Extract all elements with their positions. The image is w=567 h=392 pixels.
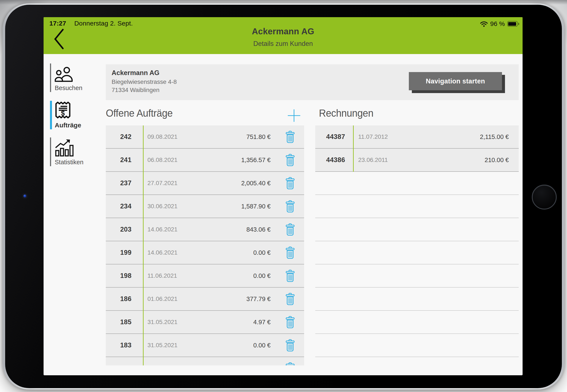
trash-icon[interactable] xyxy=(285,339,295,351)
order-row-partial[interactable] xyxy=(106,357,304,365)
sidebar-item-auftraege[interactable]: $ Aufträge xyxy=(50,101,102,129)
order-row[interactable]: 199 14.06.2021 0.00 € xyxy=(106,241,304,265)
order-row[interactable]: 242 09.08.2021 751.80 € xyxy=(106,126,304,149)
order-number: 203 xyxy=(106,218,143,241)
trash-icon[interactable] xyxy=(285,293,295,305)
order-number: 237 xyxy=(106,172,143,195)
clock: 17:27 xyxy=(49,20,66,27)
order-amount: 377.79 € xyxy=(246,288,271,310)
order-row[interactable]: 203 14.06.2021 843.06 € xyxy=(106,218,304,241)
order-row[interactable]: 237 27.07.2021 2,005.40 € xyxy=(106,172,304,195)
invoice-number: 44386 xyxy=(315,149,353,171)
invoices-table: 44387 11.07.2012 2,115.00 € 44386 23.06.… xyxy=(315,126,519,357)
page-subtitle: Details zum Kunden xyxy=(44,40,523,48)
invoice-empty-row xyxy=(315,218,519,241)
tables-area: 242 09.08.2021 751.80 € 241 06.08.2021 1… xyxy=(106,126,523,365)
invoice-empty-row xyxy=(315,288,519,311)
invoice-empty-row xyxy=(315,265,519,288)
order-date: 31.05.2021 xyxy=(147,311,177,334)
order-amount: 1,587.90 € xyxy=(241,195,271,218)
order-date: 31.05.2021 xyxy=(147,334,177,357)
invoices-rows: 44387 11.07.2012 2,115.00 € 44386 23.06.… xyxy=(315,126,519,357)
order-number: 185 xyxy=(106,311,143,334)
start-navigation-button[interactable]: Navigation starten xyxy=(409,72,502,90)
sidebar-item-besuchen[interactable]: Besuchen xyxy=(50,63,102,92)
order-date: 01.06.2021 xyxy=(147,288,177,310)
sidebar-indicator xyxy=(50,63,51,92)
trash-icon[interactable] xyxy=(285,200,295,212)
invoice-empty-row xyxy=(315,241,519,265)
order-number xyxy=(106,357,143,365)
order-date: 14.06.2021 xyxy=(147,241,177,264)
order-number: 198 xyxy=(106,265,143,287)
order-amount: 1,356.57 € xyxy=(241,149,271,171)
order-amount: 0.00 € xyxy=(253,241,271,264)
front-camera-icon xyxy=(22,193,28,199)
customer-street: Biegelwiesenstrasse 4-8 xyxy=(112,79,177,85)
trash-icon[interactable] xyxy=(285,154,295,166)
sidebar-item-label: Besuchen xyxy=(55,84,82,92)
order-number: 186 xyxy=(106,288,143,310)
order-date: 30.06.2021 xyxy=(147,195,177,218)
order-amount: 0.00 € xyxy=(253,265,271,287)
invoice-row[interactable]: 44386 23.06.2011 210.00 € xyxy=(315,149,519,172)
trash-icon[interactable] xyxy=(285,269,295,282)
divider-line xyxy=(143,126,144,365)
sidebar-item-label: Statistiken xyxy=(55,159,84,166)
order-number: 241 xyxy=(106,149,143,171)
order-row[interactable]: 241 06.08.2021 1,356.57 € xyxy=(106,149,304,172)
trash-icon[interactable] xyxy=(285,177,295,189)
invoice-row[interactable]: 44387 11.07.2012 2,115.00 € xyxy=(315,126,519,149)
trash-icon[interactable] xyxy=(285,362,295,365)
sidebar-active-indicator xyxy=(50,101,52,129)
plus-icon xyxy=(287,109,301,122)
battery-percentage: 96 % xyxy=(490,20,505,28)
order-date: 14.06.2021 xyxy=(147,218,177,241)
status-bar-left: 17:27 Donnerstag 2. Sept. xyxy=(49,20,133,27)
invoices-title: Rechnungen xyxy=(319,107,373,119)
order-amount: 843.06 € xyxy=(246,218,271,241)
order-date: 09.08.2021 xyxy=(147,126,177,148)
trash-icon[interactable] xyxy=(285,223,295,236)
open-orders-rows: 242 09.08.2021 751.80 € 241 06.08.2021 1… xyxy=(106,126,304,365)
customer-name: Ackermann AG xyxy=(112,69,160,77)
home-button[interactable] xyxy=(532,185,557,210)
add-order-button[interactable] xyxy=(287,109,301,122)
trash-icon[interactable] xyxy=(285,246,295,259)
trash-icon[interactable] xyxy=(285,316,295,328)
invoice-empty-row xyxy=(315,172,519,195)
page-title: Ackermann AG xyxy=(44,27,523,36)
invoice-date: 23.06.2011 xyxy=(358,149,388,171)
sidebar-indicator xyxy=(50,138,51,166)
sidebar-item-statistiken[interactable]: Statistiken xyxy=(50,138,102,166)
invoice-empty-row xyxy=(315,334,519,357)
invoice-empty-row xyxy=(315,311,519,334)
invoice-date: 11.07.2012 xyxy=(358,126,388,148)
receipt-icon: $ xyxy=(55,101,71,119)
invoice-amount: 2,115.00 € xyxy=(480,126,509,148)
order-amount: 751.80 € xyxy=(246,126,271,148)
date-label: Donnerstag 2. Sept. xyxy=(74,20,133,27)
order-date: 06.08.2021 xyxy=(147,149,177,171)
battery-icon xyxy=(507,21,518,27)
order-date: 27.07.2021 xyxy=(147,172,177,195)
wifi-icon xyxy=(480,21,488,27)
order-row[interactable]: 186 01.06.2021 377.79 € xyxy=(106,288,304,311)
order-amount: 0.00 € xyxy=(253,334,271,357)
order-number: 234 xyxy=(106,195,143,218)
people-icon xyxy=(55,67,74,82)
order-number: 242 xyxy=(106,126,143,148)
order-amount: 4.97 € xyxy=(253,311,271,334)
order-number: 199 xyxy=(106,241,143,264)
invoice-empty-row xyxy=(315,195,519,218)
status-bar-right: 96 % xyxy=(480,20,519,28)
invoice-amount: 210.00 € xyxy=(485,149,509,171)
order-row[interactable]: 234 30.06.2021 1,587.90 € xyxy=(106,195,304,218)
trash-icon[interactable] xyxy=(285,131,295,143)
order-row[interactable]: 185 31.05.2021 4.97 € xyxy=(106,311,304,334)
open-orders-title: Offene Aufträge xyxy=(106,107,173,119)
invoice-number: 44387 xyxy=(315,126,353,148)
camera-lens-icon xyxy=(23,195,26,197)
order-row[interactable]: 183 31.05.2021 0.00 € xyxy=(106,334,304,357)
order-row[interactable]: 198 11.06.2021 0.00 € xyxy=(106,265,304,288)
